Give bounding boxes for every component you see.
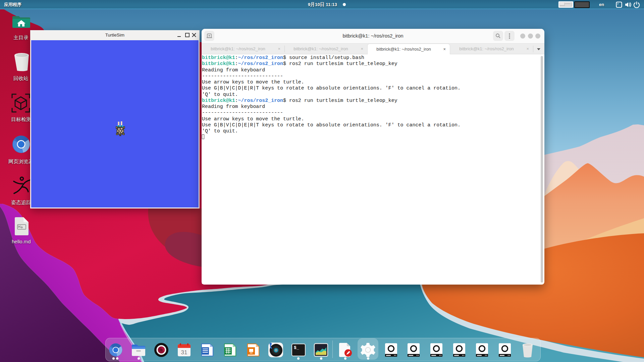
svg-text:$_: $_ [294,345,299,350]
svg-text:31: 31 [181,349,187,356]
